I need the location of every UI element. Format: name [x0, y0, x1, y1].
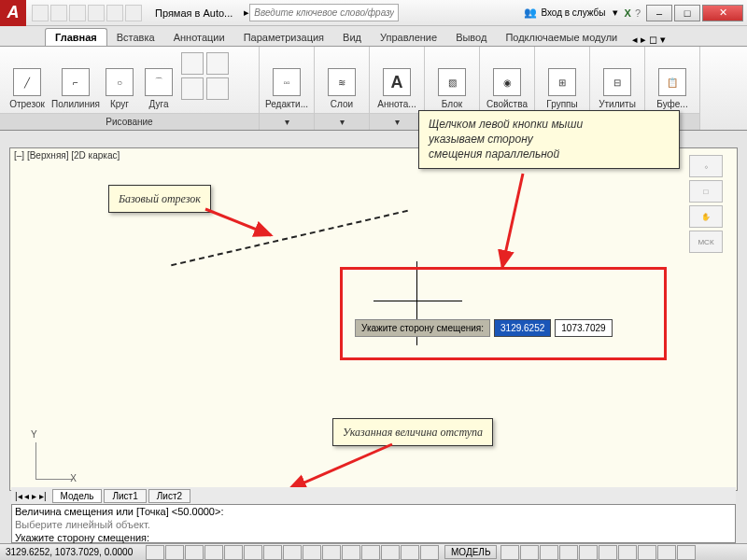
maximize-button[interactable]: □: [674, 5, 700, 21]
nav-pan-icon[interactable]: ✋: [689, 205, 723, 228]
text-icon: A: [383, 68, 411, 96]
exchange-icon[interactable]: X: [625, 7, 631, 19]
arc-icon: ⌒: [145, 68, 173, 96]
quick-access-toolbar: [26, 5, 148, 21]
qat-new-icon[interactable]: [32, 5, 49, 21]
clipboard-button[interactable]: 📋Буфе...: [649, 50, 696, 109]
grid-toggle[interactable]: [165, 545, 184, 560]
status-toggle[interactable]: [361, 545, 380, 560]
qat-undo-icon[interactable]: [88, 5, 105, 21]
wcs-label[interactable]: МСК: [689, 231, 723, 253]
minimize-button[interactable]: –: [646, 5, 672, 21]
tab-plugins[interactable]: Подключаемые модули: [496, 29, 627, 46]
layout-tab-sheet1[interactable]: Лист1: [104, 489, 146, 503]
window-title: Прямая в Auto...: [148, 7, 240, 19]
people-icon[interactable]: 👥: [524, 7, 537, 19]
polyline-button[interactable]: ⌐Полилиния: [52, 50, 99, 109]
status-toggle[interactable]: [381, 545, 400, 560]
osnap-toggle[interactable]: [224, 545, 243, 560]
command-line[interactable]: Величина смещения или [Точка] <50.0000>:…: [11, 504, 736, 543]
circle-button[interactable]: ○Круг: [101, 50, 138, 109]
cmd-line-1: Величина смещения или [Точка] <50.0000>:: [15, 506, 732, 519]
status-toggle[interactable]: [599, 545, 617, 560]
status-toggle[interactable]: [420, 545, 439, 560]
modify-button[interactable]: ▫▫Редакти...: [263, 50, 310, 109]
block-button[interactable]: ▧Блок: [429, 50, 475, 109]
tab-parametric[interactable]: Параметризация: [234, 29, 333, 46]
tab-view[interactable]: Вид: [333, 29, 371, 46]
callout-offset-side: Щелчком левой кнопки мыши указываем стор…: [418, 110, 680, 169]
tab-manage[interactable]: Управление: [371, 29, 446, 46]
polar-toggle[interactable]: [204, 545, 223, 560]
qat-plot-icon[interactable]: [125, 5, 142, 21]
status-toggle[interactable]: [322, 545, 341, 560]
status-toggle[interactable]: [342, 545, 360, 560]
circle-icon: ○: [106, 68, 134, 96]
tab-insert[interactable]: Вставка: [107, 29, 164, 46]
snap-toggle[interactable]: [146, 545, 164, 560]
ucs-icon: Y X: [26, 433, 73, 480]
status-toggle[interactable]: [579, 545, 598, 560]
line-button[interactable]: ╱Отрезок: [4, 50, 50, 109]
properties-button[interactable]: ◉Свойства: [484, 50, 530, 109]
qat-save-icon[interactable]: [69, 5, 86, 21]
status-toggle[interactable]: [618, 545, 637, 560]
callout-base-segment: Базовый отрезок: [108, 185, 211, 213]
status-toggle[interactable]: [657, 545, 676, 560]
tab-annotate[interactable]: Аннотации: [164, 29, 234, 46]
status-toggle[interactable]: [638, 545, 656, 560]
status-toggle[interactable]: [263, 545, 282, 560]
utilities-button[interactable]: ⊟Утилиты: [594, 50, 641, 109]
panel-draw-label[interactable]: Рисование: [0, 113, 259, 130]
qat-open-icon[interactable]: [50, 5, 67, 21]
status-toggle[interactable]: [520, 545, 539, 560]
groups-button[interactable]: ⊞Группы: [539, 50, 585, 109]
qat-redo-icon[interactable]: [106, 5, 123, 21]
status-model-space[interactable]: МОДЕЛЬ: [444, 545, 497, 559]
layers-button[interactable]: ≋Слои: [318, 50, 365, 109]
tab-home[interactable]: Главная: [45, 28, 107, 46]
status-toggle[interactable]: [559, 545, 578, 560]
status-toggle[interactable]: [303, 545, 321, 560]
status-toggle[interactable]: [540, 545, 558, 560]
layout-tab-sheet2[interactable]: Лист2: [148, 489, 190, 503]
layers-icon: ≋: [328, 68, 356, 96]
search-input[interactable]: [249, 4, 399, 21]
ortho-toggle[interactable]: [185, 545, 204, 560]
calculator-icon: ⊟: [603, 68, 631, 96]
viewcube-icon[interactable]: □: [689, 180, 723, 203]
status-coordinates: 3129.6252, 1073.7029, 0.0000: [6, 547, 146, 557]
draw-misc-button[interactable]: [206, 52, 229, 75]
callout-offset-value: Указанная величина отступа: [332, 418, 493, 446]
status-bar: 3129.6252, 1073.7029, 0.0000 МОДЕЛЬ: [0, 543, 747, 560]
cmd-line-2: Выберите линейный объект.: [15, 519, 732, 532]
layout-nav-buttons[interactable]: |◂ ◂ ▸ ▸|: [11, 491, 50, 501]
close-button[interactable]: ✕: [702, 5, 743, 21]
status-toggle[interactable]: [500, 545, 519, 560]
help-icon[interactable]: ?: [635, 7, 641, 19]
status-toggle[interactable]: [244, 545, 262, 560]
status-toggle[interactable]: [283, 545, 302, 560]
line-icon: ╱: [13, 68, 41, 96]
block-icon: ▧: [438, 68, 466, 96]
arc-button[interactable]: ⌒Дуга: [140, 50, 177, 109]
status-toggle[interactable]: [677, 545, 696, 560]
properties-icon: ◉: [493, 68, 521, 96]
viewport-label[interactable]: [–] [Верхняя] [2D каркас]: [14, 150, 120, 161]
layout-tabs: |◂ ◂ ▸ ▸| Модель Лист1 Лист2: [11, 487, 736, 504]
modify-icon: ▫▫: [273, 68, 301, 96]
draw-misc-button[interactable]: [181, 52, 204, 75]
navigation-bar: ⬦ □ ✋ МСК: [689, 155, 730, 253]
layout-tab-model[interactable]: Модель: [52, 489, 103, 503]
app-menu-icon[interactable]: A: [0, 0, 26, 26]
viewcube-icon[interactable]: ⬦: [689, 155, 723, 177]
draw-misc-button[interactable]: [206, 77, 229, 100]
groups-icon: ⊞: [548, 68, 576, 96]
status-toggle[interactable]: [401, 545, 419, 560]
highlight-box: [340, 267, 667, 360]
polyline-icon: ⌐: [62, 68, 90, 96]
signin-link[interactable]: Вход в службы: [541, 7, 605, 18]
tab-output[interactable]: Вывод: [446, 29, 496, 46]
annotation-button[interactable]: AАннота...: [374, 50, 420, 109]
draw-misc-button[interactable]: [181, 77, 204, 100]
